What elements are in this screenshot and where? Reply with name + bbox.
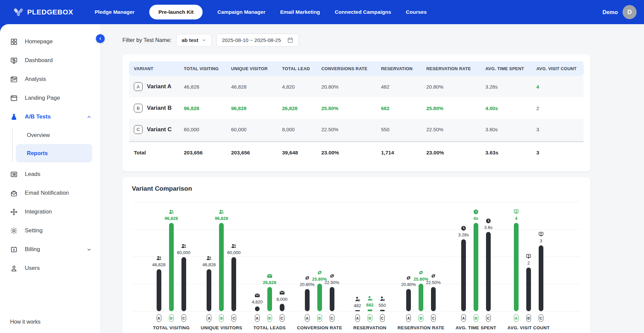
sidebar-item-ab-tests[interactable]: A/B Tests <box>0 107 100 126</box>
bar-column-b: 96,828 <box>219 209 224 311</box>
sidebar-item-email-notification[interactable]: Email Notification <box>0 184 100 202</box>
variant-name: Variant C <box>147 126 172 133</box>
chart-bar-variant-c <box>539 245 543 311</box>
badge-slot: A <box>207 314 211 322</box>
axis-variant-badge-b: B <box>474 314 478 322</box>
sidebar-item-setting[interactable]: Setting <box>0 221 100 240</box>
leads-icon <box>10 171 18 178</box>
group-variant-badges: ABC <box>305 314 334 322</box>
variant-cell: BVariant B <box>134 104 177 112</box>
sidebar-item-integration[interactable]: Integration <box>0 202 100 221</box>
person-dollar-icon: $ <box>367 295 373 301</box>
user-menu[interactable]: Demo D <box>602 5 637 19</box>
clock-icon <box>461 225 467 231</box>
sidebar-item-dashboard[interactable]: Dashboard <box>0 51 100 70</box>
nav-item-pre-launch-kit[interactable]: Pre-launch Kit <box>149 5 203 19</box>
badge-slot: B <box>267 314 272 322</box>
brand-name: PLEDGEBOX <box>27 8 73 16</box>
table-cell: 22.50% <box>422 119 481 140</box>
test-name-select[interactable]: ab test <box>176 34 212 47</box>
bar-column-a: 3.28s <box>461 225 466 311</box>
bar-value-label: 22.50% <box>325 280 339 285</box>
sidebar-item-analysis[interactable]: Analysis <box>0 70 100 89</box>
bar-value-label: 4,820 <box>252 299 263 304</box>
people-icon <box>181 243 187 249</box>
chart-bar-variant-a <box>514 223 519 311</box>
sidebar-item-landing-page[interactable]: Landing Page <box>0 89 100 107</box>
group-category-label: TOTAL VISITING <box>153 325 190 330</box>
clock-icon <box>473 209 479 215</box>
email-icon <box>10 189 18 197</box>
total-label: Total <box>129 141 179 163</box>
bar-value-label: 22.50% <box>426 280 441 285</box>
chart-group-conversion-rate: 20.80%25.80%22.50%ABCCONVERSION RATE <box>297 202 342 330</box>
pledgebox-brand[interactable]: PLEDGEBOX <box>13 7 73 17</box>
table-cell: 46,828 <box>179 76 226 97</box>
sidebar-subitem-overview[interactable]: Overview <box>0 127 100 143</box>
chart-bar-variant-c <box>280 304 284 311</box>
chart-title: Variant Comparison <box>132 185 581 192</box>
sidebar-item-billing[interactable]: $Billing <box>0 240 100 259</box>
chart-bar-variant-c <box>330 287 334 311</box>
sidebar-collapse-button[interactable] <box>96 34 105 43</box>
column-header-avg-time-spent: AVG. TIME SPENT <box>481 61 532 76</box>
nav-item-campaign-manager[interactable]: Campaign Manager <box>217 9 265 15</box>
chart-group-total-visiting: 46,82896,82860,000ABCTOTAL VISITING <box>153 202 190 330</box>
nav-item-email-marketing[interactable]: Email Marketing <box>280 9 320 15</box>
axis-variant-badge-a: A <box>514 314 519 322</box>
axis-variant-badge-b: B <box>267 314 272 322</box>
table-cell: 2 <box>532 97 584 119</box>
dashboard-icon <box>10 57 18 64</box>
badge-slot: C <box>486 314 491 322</box>
bar-label-group: 96,828 <box>215 209 228 221</box>
table-row-variant-c: CVariant C60,00060,0008,00022.50%55022.5… <box>129 119 584 140</box>
sidebar-submenu: OverviewReports <box>0 126 100 165</box>
bar-label-group: $550 <box>379 296 386 308</box>
badge-slot: B <box>368 314 372 322</box>
variant-name: Variant B <box>147 105 172 111</box>
badge-slot: A <box>355 314 360 322</box>
bar-label-group: 46,828 <box>202 255 216 267</box>
column-header-unique-visitor: UNIQUE VISITOR <box>226 61 277 76</box>
how-it-works-link[interactable]: How it works <box>0 319 100 333</box>
bar-label-group: 22.50% <box>426 273 441 285</box>
sidebar-item-label: Landing Page <box>25 95 60 101</box>
bar-label-group: 60,000 <box>177 243 191 255</box>
landing-icon <box>10 94 18 102</box>
date-range-picker[interactable]: 2025-08-10 ~ 2025-08-25 <box>216 34 299 47</box>
billing-icon: $ <box>10 246 18 253</box>
chart-group-unique-visitors: 46,82896,82860,000ABCUNIQUE VISITORS <box>201 202 243 330</box>
setting-icon <box>10 227 18 235</box>
bar-label-group: 60,000 <box>227 243 240 255</box>
badge-slot: A <box>157 314 161 322</box>
bar-label-group: 96,828 <box>165 209 178 221</box>
chart-bar-variant-a <box>207 269 211 311</box>
axis-variant-badge-a: A <box>255 314 260 322</box>
badge-slot: C <box>330 314 334 322</box>
mail-icon <box>267 273 273 279</box>
rate-icon <box>406 275 412 281</box>
group-variant-badges: ABC <box>207 314 236 322</box>
badge-slot: A <box>461 314 466 322</box>
axis-variant-badge-c: C <box>280 314 284 322</box>
bar-column-c: $550 <box>380 296 385 311</box>
badge-slot: B <box>474 314 478 322</box>
bar-value-label: 20.80% <box>300 282 315 287</box>
sidebar-item-leads[interactable]: Leads <box>0 165 100 184</box>
nav-item-connected-campaigns[interactable]: Connected Campaigns <box>335 9 391 15</box>
total-cell: 39,648 <box>277 141 317 163</box>
sidebar-item-users[interactable]: Users <box>0 259 100 278</box>
test-name-value: ab test <box>181 37 198 43</box>
nav-item-courses[interactable]: Courses <box>406 9 427 15</box>
person-dollar-icon: $ <box>355 296 361 302</box>
users-icon <box>10 265 18 272</box>
sidebar-item-homepage[interactable]: Homepage <box>0 32 100 51</box>
bar-column-b: 4s <box>474 209 478 311</box>
bar-column-b: 26,828 <box>267 273 272 311</box>
group-category-label: AVG. TIME SPENT <box>455 325 496 330</box>
bar-column-b: 2 <box>526 253 531 311</box>
svg-text:$: $ <box>383 299 384 301</box>
chart-group-reservation-rate: 20.80%25.80%22.50%ABCRESERVATION RATE <box>397 202 444 330</box>
nav-item-pledge-manager[interactable]: Pledge Manager <box>95 9 135 15</box>
sidebar-subitem-reports[interactable]: Reports <box>16 144 92 162</box>
